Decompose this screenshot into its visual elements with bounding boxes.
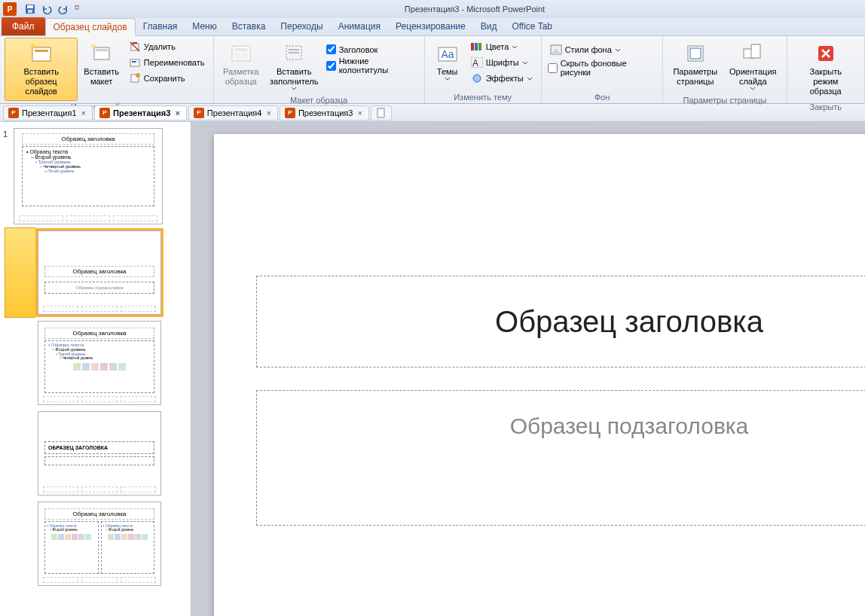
ribbon: Вставить образец слайдов Вставить макет … [0, 36, 865, 104]
rename-button[interactable]: Переименовать [125, 55, 209, 70]
rename-label: Переименовать [144, 58, 205, 67]
work-area: 1 Образец заголовка • Образец текста – В… [0, 122, 865, 616]
title-checkbox-input[interactable] [326, 44, 336, 54]
close-tab-icon[interactable]: × [356, 108, 363, 117]
close-master-label: Закрыть режим образца [797, 67, 855, 97]
doc-tab-1[interactable]: P Презентация3 × [94, 105, 187, 120]
close-tab-icon[interactable]: × [80, 108, 87, 117]
tab-slide-master[interactable]: Образец слайдов [45, 18, 136, 36]
tab-office-tab[interactable]: Office Tab [504, 17, 560, 35]
svg-rect-8 [96, 49, 108, 51]
thumbnail-pane[interactable]: 1 Образец заголовка • Образец текста – В… [0, 122, 191, 616]
close-master-button[interactable]: Закрыть режим образца [792, 38, 860, 101]
hide-bg-checkbox-input[interactable] [548, 63, 558, 73]
delete-button[interactable]: Удалить [125, 39, 209, 54]
chevron-down-icon [445, 77, 451, 81]
chevron-down-icon [615, 48, 621, 52]
colors-button[interactable]: Цвета [467, 39, 536, 54]
subtitle-placeholder[interactable]: Образец подзаголовка [256, 390, 865, 526]
delete-label: Удалить [144, 42, 176, 51]
footers-checkbox[interactable]: Нижние колонтитулы [325, 56, 420, 75]
layout-thumbnail-1[interactable]: Образец заголовка Образец подзаголовка [38, 230, 183, 315]
powerpoint-icon: P [8, 108, 19, 118]
svg-rect-20 [289, 49, 299, 50]
thumb-title: Образец заголовка [44, 328, 154, 339]
ribbon-tab-strip: Файл Образец слайдов Главная Меню Вставк… [0, 18, 865, 36]
chevron-down-icon [291, 87, 297, 90]
preserve-button[interactable]: Сохранить [125, 71, 209, 86]
slide-editor[interactable]: Образец заголовка Образец подзаголовка 1… [191, 122, 865, 616]
master-thumbnail[interactable]: Образец заголовка • Образец текста – Вто… [14, 128, 183, 224]
svg-rect-25 [475, 43, 478, 50]
doc-tab-0[interactable]: P Презентация1 × [3, 105, 93, 120]
master-layout-button[interactable]: Разметка образца [219, 38, 264, 90]
preserve-icon [129, 72, 141, 84]
svg-rect-12 [132, 61, 136, 63]
svg-rect-2 [28, 10, 32, 13]
tab-home[interactable]: Главная [136, 17, 185, 35]
orientation-label: Ориентация слайда [729, 67, 776, 87]
thumb-bullet: Образец текста [29, 149, 68, 154]
effects-button[interactable]: Эффекты [467, 71, 536, 86]
svg-point-6 [31, 44, 35, 48]
footers-checkbox-input[interactable] [326, 61, 336, 71]
tab-menu[interactable]: Меню [185, 17, 224, 35]
fonts-button[interactable]: A Шрифты [467, 55, 536, 70]
page-setup-button[interactable]: Параметры страницы [668, 38, 723, 90]
title-placeholder[interactable]: Образец заголовка [256, 276, 865, 367]
orientation-button[interactable]: Ориентация слайда [724, 38, 781, 94]
close-tab-icon[interactable]: × [173, 108, 181, 117]
svg-rect-5 [35, 50, 48, 52]
svg-rect-1 [27, 5, 33, 8]
app-icon: P [3, 2, 17, 16]
layout-thumbnail-2[interactable]: Образец заголовка • Образец текста – Вто… [38, 321, 183, 405]
insert-placeholder-label: Вставить заполнитель [270, 67, 318, 87]
orientation-icon [741, 41, 765, 66]
insert-layout-label: Вставить макет [84, 67, 119, 87]
themes-button[interactable]: Aa Темы [429, 38, 466, 84]
new-doc-tab[interactable] [371, 105, 392, 120]
undo-icon [41, 4, 52, 14]
doc-tab-2[interactable]: P Презентация4 × [188, 105, 278, 120]
themes-label: Темы [437, 67, 458, 77]
layout-thumbnail-4[interactable]: Образец заголовка • Образец текста – Вто… [38, 502, 183, 586]
svg-text:A: A [472, 58, 478, 68]
title-checkbox[interactable]: Заголовок [325, 44, 420, 55]
qat-customize[interactable] [72, 2, 81, 17]
insert-placeholder-button[interactable]: Вставить заполнитель [265, 38, 323, 94]
placeholder-icon [282, 41, 306, 66]
themes-icon: Aa [436, 41, 460, 66]
insert-layout-button[interactable]: Вставить макет [79, 38, 123, 90]
tab-view[interactable]: Вид [473, 17, 505, 35]
tab-animation[interactable]: Анимация [331, 17, 388, 35]
save-icon [25, 4, 35, 14]
thumb-bullet: Второй уровень [35, 154, 71, 160]
group-background-label: Фон [546, 91, 659, 103]
doc-tab-3[interactable]: P Презентация3 × [280, 105, 369, 120]
file-tab[interactable]: Файл [2, 17, 45, 35]
hide-bg-checkbox[interactable]: Скрыть фоновые рисунки [546, 58, 659, 78]
redo-button[interactable] [56, 2, 71, 17]
rename-icon [129, 56, 141, 69]
tab-review[interactable]: Рецензирование [388, 17, 473, 35]
tab-transitions[interactable]: Переходы [273, 17, 330, 35]
tab-insert[interactable]: Вставка [225, 17, 274, 35]
page-setup-icon [683, 41, 708, 66]
undo-button[interactable] [39, 2, 54, 17]
save-button[interactable] [23, 2, 38, 17]
doc-tab-label: Презентация3 [113, 108, 170, 117]
master-layout-label: Разметка образца [223, 67, 259, 87]
close-tab-icon[interactable]: × [264, 108, 272, 117]
insert-slide-master-button[interactable]: Вставить образец слайдов [5, 38, 78, 101]
insert-layout-icon [90, 41, 114, 66]
group-page-setup-label: Параметры страницы [668, 94, 781, 106]
slide-canvas[interactable]: Образец заголовка Образец подзаголовка 1… [214, 134, 865, 616]
layout-thumbnail-3[interactable]: ОБРАЗЕЦ ЗАГОЛОВКА [38, 411, 183, 496]
svg-rect-34 [751, 44, 760, 58]
colors-icon [471, 41, 483, 53]
redo-icon [58, 4, 69, 14]
bg-styles-button[interactable]: Стили фона [546, 42, 659, 57]
delete-icon [129, 41, 141, 53]
thumb-title: Образец заголовка [22, 133, 154, 145]
thumb-bullet: Четвертый уровень [63, 356, 93, 360]
